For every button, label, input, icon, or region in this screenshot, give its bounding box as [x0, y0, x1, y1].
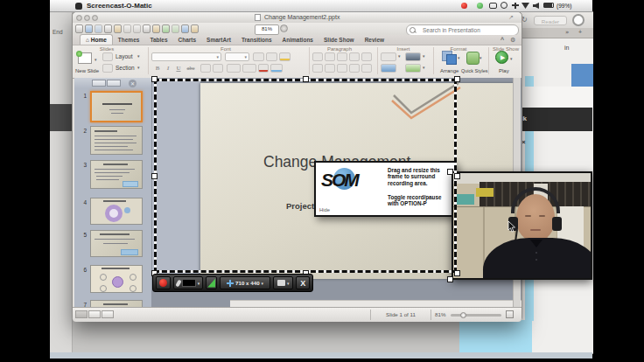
record-status-icon[interactable] [461, 3, 467, 9]
superscript-icon[interactable] [200, 64, 211, 73]
italic-button[interactable]: I [164, 64, 172, 73]
apple-menu-icon[interactable] [75, 3, 82, 10]
zoom-window-button[interactable] [92, 15, 98, 21]
tab-slide-show[interactable]: Slide Show [318, 35, 360, 45]
layout-chevron[interactable]: ▾ [137, 52, 140, 60]
clock-icon[interactable] [500, 2, 508, 9]
zoom-level-box[interactable]: 81% [255, 24, 279, 35]
arrange-chevron[interactable]: ▾ [458, 54, 460, 62]
layout-button[interactable]: Layout [116, 52, 133, 60]
ribbon-collapse-icon[interactable]: ^ [500, 36, 504, 45]
panel-close-icon[interactable]: ✕ [129, 80, 136, 87]
recorder-control-bar[interactable]: ▾ 710 x 440 ▾ ▾ X [152, 274, 313, 292]
format-painter-icon[interactable] [152, 24, 160, 33]
new-slide-chevron[interactable]: ▾ [94, 56, 97, 64]
frame-handle-se[interactable] [454, 270, 460, 276]
gallery-icon[interactable] [85, 24, 93, 33]
grow-font-icon[interactable] [253, 52, 264, 61]
slide-thumbnail-3[interactable] [90, 160, 143, 189]
media-icon[interactable] [181, 24, 189, 33]
ribbon-gear-icon[interactable]: ⚙ [510, 36, 515, 45]
font-name-select[interactable]: ▾ [151, 52, 221, 61]
tab-tables[interactable]: Tables [144, 35, 172, 45]
frame-handle-ne[interactable] [454, 76, 460, 82]
frame-handle-n[interactable] [303, 76, 309, 82]
tab-transitions[interactable]: Transitions [236, 35, 277, 45]
slide-thumbnail-7[interactable] [90, 300, 143, 307]
minimize-window-button[interactable] [84, 15, 90, 21]
line-spacing-icon[interactable] [361, 52, 372, 61]
underline-button[interactable]: U [174, 64, 183, 73]
undo-icon[interactable] [162, 24, 170, 33]
strikethrough-button[interactable]: abc [185, 64, 197, 73]
zoom-slider-thumb[interactable] [460, 312, 466, 318]
sidebar-toggle-icon[interactable] [75, 24, 83, 33]
redo-icon[interactable] [172, 24, 179, 33]
align-right-icon[interactable] [337, 64, 347, 73]
align-left-icon[interactable] [312, 64, 323, 73]
bullets-icon[interactable] [312, 52, 323, 61]
slides-view-toggle[interactable] [92, 80, 106, 87]
text-effects-icon[interactable] [270, 64, 283, 73]
change-case-icon[interactable] [242, 64, 256, 73]
reader-button[interactable]: Reader [534, 16, 567, 25]
tab-animations[interactable]: Animations [277, 35, 318, 45]
menu-app-name[interactable]: Screencast-O-Matic [87, 0, 152, 11]
clear-format-icon[interactable] [279, 52, 290, 61]
volume-icon[interactable] [533, 3, 539, 9]
wifi-icon[interactable] [522, 3, 529, 9]
indent-decrease-icon[interactable] [337, 52, 347, 61]
section-button[interactable]: Section [116, 64, 135, 72]
presenter-view-button[interactable] [102, 310, 114, 318]
open-icon[interactable] [94, 24, 102, 33]
subscript-icon[interactable] [213, 64, 223, 73]
browser-round-button[interactable] [572, 14, 584, 26]
paste-icon[interactable] [143, 24, 150, 33]
numbering-icon[interactable] [325, 52, 335, 61]
webcam-preview[interactable] [452, 171, 592, 280]
shrink-font-icon[interactable] [266, 52, 277, 61]
tab-smartart[interactable]: SmartArt [201, 35, 236, 45]
battery-icon[interactable] [543, 3, 554, 8]
webcam-resize-handle[interactable] [447, 169, 453, 175]
tab-home[interactable]: ⌂ Home [80, 34, 113, 45]
play-chevron[interactable]: ▾ [510, 55, 513, 63]
text-box-icon[interactable] [381, 52, 396, 61]
character-spacing-icon[interactable] [227, 64, 241, 73]
section-chevron[interactable]: ▾ [137, 64, 140, 72]
tab-overflow-icon[interactable]: » [565, 28, 569, 37]
quick-styles-button[interactable]: Quick Styles [461, 68, 488, 74]
slide-thumbnail-6[interactable] [90, 265, 143, 293]
expand-window-icon[interactable]: ↗ [508, 12, 514, 23]
fit-to-window-icon[interactable] [506, 310, 514, 318]
outline-view-toggle[interactable] [107, 80, 121, 87]
new-slide-button[interactable]: New Slide [75, 68, 99, 74]
print-icon[interactable] [114, 24, 122, 33]
frame-handle-nw[interactable] [151, 76, 158, 82]
justify-icon[interactable] [349, 64, 360, 73]
play-icon[interactable]: ▶ [495, 51, 508, 64]
shape-icon[interactable] [405, 52, 421, 61]
mic-settings-button[interactable]: ▾ [173, 276, 204, 289]
picture-icon[interactable] [405, 64, 421, 73]
indent-increase-icon[interactable] [349, 52, 360, 61]
slide-thumbnail-2[interactable] [90, 126, 143, 155]
quick-styles-icon[interactable] [466, 52, 480, 65]
chart-icon[interactable] [191, 24, 199, 33]
webcam-settings-button[interactable]: ▾ [273, 276, 293, 289]
size-selector[interactable]: 710 x 440 ▾ [220, 276, 270, 289]
play-button[interactable]: Play [499, 68, 509, 74]
zoom-slider[interactable] [451, 314, 501, 317]
help-icon[interactable] [280, 24, 288, 32]
quick-styles-chevron[interactable]: ▾ [480, 54, 482, 62]
tab-themes[interactable]: Themes [113, 35, 145, 45]
text-direction-icon[interactable] [361, 64, 372, 73]
frame-handle-w[interactable] [151, 173, 158, 179]
search-input[interactable] [421, 25, 516, 35]
slide-thumbnail-1[interactable] [90, 91, 143, 122]
text-box-chevron[interactable]: ▾ [398, 52, 401, 60]
3d-object-icon[interactable] [381, 64, 396, 73]
record-button[interactable] [156, 276, 171, 289]
picture-chevron[interactable]: ▾ [423, 64, 425, 72]
slide-thumbnail-5[interactable] [90, 230, 143, 257]
